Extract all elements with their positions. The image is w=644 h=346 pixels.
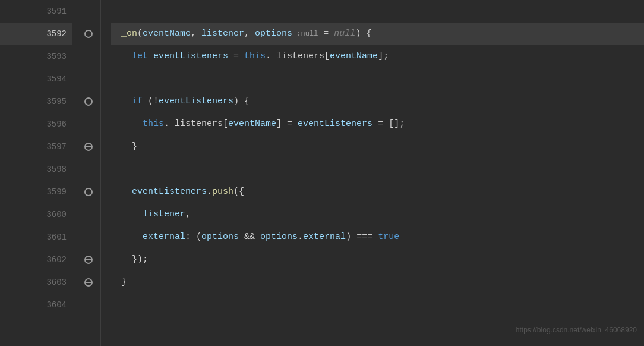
line-num-3592: 3592: [0, 23, 72, 45]
bp-3593[interactable]: [77, 45, 100, 68]
tok: (: [137, 23, 143, 45]
line-num-3600: 3600: [0, 203, 72, 226]
breakpoint-icon-3595: [84, 97, 93, 106]
tok: ,: [244, 23, 255, 45]
tok-options: options: [255, 23, 292, 45]
tok: listener: [143, 203, 185, 226]
code-line-3600: listener,: [111, 203, 644, 226]
tok: ,: [191, 23, 201, 45]
line-numbers: 3591 3592 3593 3594 3595 3596 3597 3598 …: [0, 0, 77, 346]
tok: options: [201, 226, 239, 249]
tok: external: [303, 226, 346, 249]
tok: eventName: [143, 23, 191, 45]
tok: .: [298, 226, 303, 249]
tok: ] =: [276, 113, 298, 136]
tok: ) {: [233, 90, 250, 113]
tok: (!: [143, 90, 159, 113]
line-num-3603: 3603: [0, 271, 72, 294]
bp-3598[interactable]: [77, 158, 100, 181]
bp-3591[interactable]: [77, 0, 100, 23]
line-num-3601: 3601: [0, 226, 72, 249]
code-line-3592: _on(eventName, listener, options :null =…: [111, 23, 644, 45]
tok: options: [260, 226, 298, 249]
breakpoint-icon-3602: [84, 256, 93, 264]
code-line-3596: this._listeners[eventName] = eventListen…: [111, 113, 644, 136]
line-num-3598: 3598: [0, 158, 72, 181]
tok: :null: [292, 23, 318, 45]
line-num-3596: 3596: [0, 113, 72, 136]
tok: ];: [378, 45, 389, 68]
code-line-3594: [111, 68, 644, 90]
tok: push: [212, 181, 233, 203]
tok: null: [334, 23, 355, 45]
tok: [111, 23, 121, 45]
tok: ._listeners[: [164, 113, 228, 136]
tok: }: [111, 136, 137, 158]
line-num-3599: 3599: [0, 181, 72, 203]
breakpoint-icon-3592: [84, 30, 93, 38]
code-line-3593: let eventListeners = this._listeners[eve…: [111, 45, 644, 68]
tok: [111, 226, 143, 249]
bp-3596[interactable]: [77, 113, 100, 136]
bp-3594[interactable]: [77, 68, 100, 90]
tok: eventListeners: [153, 45, 228, 68]
tok: ({: [233, 181, 244, 203]
tok: eventListeners: [132, 181, 207, 203]
tok: }: [111, 271, 127, 294]
breakpoint-icon-3599: [84, 188, 93, 196]
line-num-3602: 3602: [0, 249, 72, 271]
tok: [111, 203, 143, 226]
tok: external: [143, 226, 185, 249]
code-line-3601: external: (options && options.external) …: [111, 226, 644, 249]
tok: =: [318, 23, 334, 45]
code-line-3595: if (!eventListeners) {: [111, 90, 644, 113]
bp-3592[interactable]: [77, 23, 100, 45]
tok: : (: [185, 226, 201, 249]
tok: eventName: [228, 113, 276, 136]
tok: _on: [121, 23, 137, 45]
tok: this: [244, 45, 266, 68]
tok: eventListeners: [159, 90, 233, 113]
bp-3599[interactable]: [77, 181, 100, 203]
watermark: https://blog.csdn.net/weixin_46068920: [516, 319, 637, 341]
tok: ) ===: [346, 226, 378, 249]
code-editor: 3591 3592 3593 3594 3595 3596 3597 3598 …: [0, 0, 644, 346]
tok: this: [143, 113, 164, 136]
code-line-3597: }: [111, 136, 644, 158]
code-line-3603: }: [111, 271, 644, 294]
bp-3601[interactable]: [77, 226, 100, 249]
tok: ,: [185, 203, 191, 226]
tok: [111, 113, 143, 136]
tok: let: [111, 45, 153, 68]
tok: ) {: [355, 23, 371, 45]
breakpoint-icon-3603: [84, 278, 93, 287]
line-num-3604: 3604: [0, 294, 72, 316]
breakpoint-gutter[interactable]: [77, 0, 101, 346]
code-line-3598: [111, 158, 644, 181]
bp-3597[interactable]: [77, 136, 100, 158]
line-num-3594: 3594: [0, 68, 72, 90]
tok: [111, 181, 132, 203]
tok: &&: [239, 226, 260, 249]
line-num-3593: 3593: [0, 45, 72, 68]
bp-3603[interactable]: [77, 271, 100, 294]
code-line-3604: [111, 294, 644, 316]
code-line-3599: eventListeners.push({: [111, 181, 644, 203]
bp-3595[interactable]: [77, 90, 100, 113]
tok: });: [111, 249, 148, 271]
tok: .: [207, 181, 212, 203]
code-line-3591: [111, 0, 644, 23]
breakpoint-icon-3597: [84, 143, 93, 151]
tok: = [];: [372, 113, 405, 136]
tok: if: [111, 90, 143, 113]
line-num-3591: 3591: [0, 0, 72, 23]
bp-3600[interactable]: [77, 203, 100, 226]
bp-3604[interactable]: [77, 294, 100, 316]
tok: listener: [201, 23, 244, 45]
code-content: _on(eventName, listener, options :null =…: [101, 0, 644, 346]
tok: ._listeners[: [266, 45, 330, 68]
bp-3602[interactable]: [77, 249, 100, 271]
tok: =: [228, 45, 244, 68]
tok: eventListeners: [298, 113, 372, 136]
line-num-3597: 3597: [0, 136, 72, 158]
